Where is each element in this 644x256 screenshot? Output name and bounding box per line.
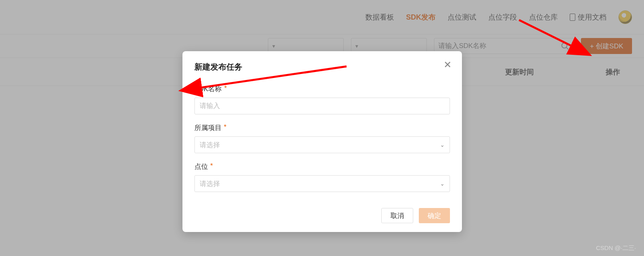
point-placeholder: 请选择 [200,179,220,188]
project-select[interactable]: 请选择 ⌄ [194,136,450,153]
project-label: 所属项目 [194,123,222,132]
point-select[interactable]: 请选择 ⌄ [194,175,450,192]
required-mark: * [210,162,213,171]
modal-title: 新建发布任务 [194,62,450,72]
modal-overlay: 新建发布任务 ✕ SDK名称 * 所属项目 * 请选择 ⌄ 点位 * [0,0,644,256]
point-label: 点位 [194,162,208,171]
project-placeholder: 请选择 [200,140,220,150]
watermark: CSDN @·二三· [596,244,636,252]
confirm-button[interactable]: 确定 [419,208,450,223]
cancel-button[interactable]: 取消 [381,208,413,223]
chevron-down-icon: ⌄ [440,180,445,187]
sdk-name-input[interactable] [194,98,450,114]
modal-actions: 取消 确定 [194,208,450,223]
field-sdk-name: SDK名称 * [194,84,450,114]
close-icon[interactable]: ✕ [444,60,452,70]
required-mark: * [224,84,227,94]
field-point: 点位 * 请选择 ⌄ [194,162,450,192]
chevron-down-icon: ⌄ [440,142,445,148]
create-modal: 新建发布任务 ✕ SDK名称 * 所属项目 * 请选择 ⌄ 点位 * [182,51,462,232]
required-mark: * [224,123,227,132]
sdk-name-label: SDK名称 [194,84,222,94]
field-project: 所属项目 * 请选择 ⌄ [194,123,450,153]
